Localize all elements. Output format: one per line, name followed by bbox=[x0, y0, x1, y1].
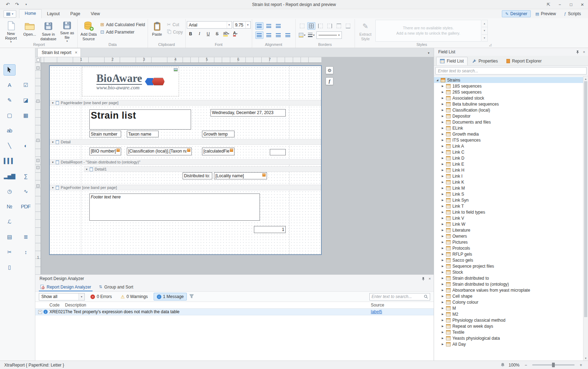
field-list-item[interactable]: ▶ M2 bbox=[434, 311, 583, 317]
minimize-icon[interactable]: − bbox=[554, 0, 565, 9]
expand-icon[interactable]: ▶ bbox=[441, 109, 444, 112]
field-list-item[interactable]: ▶ Link Syn bbox=[434, 197, 583, 203]
shape-tool[interactable]: ◐ bbox=[20, 140, 32, 151]
close-icon[interactable]: × bbox=[577, 0, 588, 9]
collapse-band-icon[interactable]: ▼ bbox=[85, 168, 88, 171]
field-list-item[interactable]: ▶ Absorbance values from yeast microplat… bbox=[434, 287, 583, 293]
column-header-code[interactable]: Code bbox=[49, 303, 64, 308]
field-list-item[interactable]: ▶ Link D bbox=[434, 155, 583, 161]
close-tab-icon[interactable]: × bbox=[75, 50, 77, 55]
field-list-item[interactable]: ▶ Strain distributed to (ontology) bbox=[434, 281, 583, 287]
pointer-tool[interactable] bbox=[4, 64, 16, 76]
border-right-button[interactable] bbox=[326, 22, 334, 30]
border-style-combo[interactable]: ▾ bbox=[316, 31, 342, 39]
label-date[interactable]: Wednesday, December 27, 2023 bbox=[210, 109, 286, 117]
tab-page[interactable]: Page bbox=[65, 10, 85, 18]
label-distributed-to[interactable]: Distributed to: bbox=[183, 172, 212, 179]
line-tool[interactable]: ╲ bbox=[4, 140, 16, 151]
picture-tool[interactable]: ◪ bbox=[20, 95, 32, 106]
subreport-tool[interactable]: ▤ bbox=[4, 231, 16, 243]
pin-window-icon[interactable]: ⇱ bbox=[543, 0, 554, 9]
band-strip-page-header[interactable]: ▼ PageHeader [one band per page] bbox=[50, 100, 321, 106]
align-top-button[interactable] bbox=[255, 22, 263, 30]
expand-icon[interactable]: ▶ bbox=[441, 163, 444, 166]
field-list-item[interactable]: ▶ Repeat on week days bbox=[434, 323, 583, 329]
notifications-bell-icon[interactable] bbox=[500, 363, 505, 367]
add-parameter-button[interactable]: ⊡ Add Parameter bbox=[100, 29, 145, 35]
scroll-down-icon[interactable]: ▼ bbox=[583, 356, 588, 361]
zoom-in-icon[interactable]: + bbox=[578, 363, 584, 368]
cut-button[interactable]: ✂ Cut bbox=[167, 22, 183, 27]
smart-tag-icon[interactable] bbox=[187, 149, 190, 152]
band-strip-detail-report[interactable]: ▼ DetailReport - "Strain distributed to … bbox=[50, 159, 321, 165]
dialog-launcher-icon[interactable]: ◿ bbox=[489, 43, 492, 47]
zoom-out-icon[interactable]: − bbox=[523, 363, 529, 368]
application-menu-button[interactable]: ▾ bbox=[4, 10, 16, 18]
field-list-item[interactable]: ▶ Growth media bbox=[434, 131, 583, 137]
field-list-item[interactable]: ▶ Link S bbox=[434, 191, 583, 197]
label-footer-text[interactable]: Footer text here bbox=[89, 194, 260, 221]
scrollbar-track[interactable] bbox=[583, 81, 588, 356]
field-bio-number[interactable]: [BIO number] bbox=[89, 148, 121, 155]
field-classification-taxon[interactable]: [Classification (local)].[Taxon na bbox=[127, 148, 192, 155]
field-list-item[interactable]: ▶ Link to field types bbox=[434, 209, 583, 215]
label-col-growth-temp[interactable]: Growth temp bbox=[202, 131, 234, 137]
label-report-title[interactable]: Strain list bbox=[89, 109, 191, 130]
expand-icon[interactable]: ▶ bbox=[441, 253, 444, 256]
expand-icon[interactable]: ▶ bbox=[441, 229, 444, 232]
field-list-item[interactable]: ▶ Link H bbox=[434, 167, 583, 173]
filter-funnel-icon[interactable] bbox=[189, 294, 194, 299]
chevron-down-icon[interactable]: ▾ bbox=[78, 293, 84, 300]
field-list-item[interactable]: ▶ Link T bbox=[434, 203, 583, 209]
logo-picture-box[interactable]: BioAware www.bio-aware.com bbox=[82, 67, 179, 96]
field-list-item[interactable]: ▶ Beta tubuline sequences bbox=[434, 101, 583, 107]
align-right-button[interactable] bbox=[274, 31, 283, 39]
field-list-item[interactable]: ▶ Owners bbox=[434, 233, 583, 239]
expand-icon[interactable]: ▶ bbox=[441, 139, 444, 142]
richtext-tool[interactable]: ✎ bbox=[4, 95, 16, 106]
character-comb-tool[interactable]: ab bbox=[4, 125, 16, 136]
font-name-combo[interactable]: Arial ▾ bbox=[187, 21, 232, 29]
field-list-item[interactable]: ▶ Link A bbox=[434, 143, 583, 149]
strikethrough-button[interactable]: S bbox=[213, 30, 221, 37]
ruler-corner[interactable] bbox=[35, 57, 41, 63]
band-strip-detail1[interactable]: ▼ Detail1 bbox=[84, 166, 321, 172]
field-list-item[interactable]: ▶ M bbox=[434, 305, 583, 311]
expand-icon[interactable]: ▶ bbox=[441, 151, 444, 154]
tab-field-list[interactable]: Field List bbox=[436, 57, 468, 65]
band-marker[interactable] bbox=[36, 139, 40, 142]
tab-report-explorer[interactable]: Report Explorer bbox=[503, 57, 546, 65]
field-list-item[interactable]: ▶ Cell shape bbox=[434, 293, 583, 299]
expand-row-icon[interactable]: + bbox=[38, 310, 42, 314]
column-header-source[interactable]: Source bbox=[371, 303, 434, 308]
maximize-icon[interactable]: □ bbox=[565, 0, 577, 9]
fill-color-button[interactable]: ▾ bbox=[298, 31, 306, 39]
field-locality-name[interactable]: [Locality name] bbox=[214, 172, 267, 179]
field-list-item[interactable]: ▶ Link C bbox=[434, 149, 583, 155]
expression-fx-icon[interactable]: f bbox=[326, 77, 333, 85]
sparkline-tool[interactable]: ∿ bbox=[20, 186, 32, 197]
field-list-item[interactable]: ▶ Strain distributed to bbox=[434, 275, 583, 281]
scripts-mode-button[interactable]: ƒ Scripts bbox=[560, 10, 584, 17]
align-left-button[interactable] bbox=[255, 31, 263, 39]
expand-icon[interactable]: ▶ bbox=[441, 103, 444, 106]
zoom-slider[interactable] bbox=[532, 364, 575, 365]
italic-button[interactable]: I bbox=[196, 30, 203, 37]
document-tab[interactable]: Strain list report × bbox=[37, 48, 81, 57]
field-list-item[interactable]: ▶ Yeasts physiological data bbox=[434, 335, 583, 341]
field-list-root[interactable]: ◢ Strains bbox=[434, 77, 583, 83]
line-width-button[interactable]: ▾ bbox=[307, 31, 315, 39]
field-list-item[interactable]: ▶ Link E bbox=[434, 161, 583, 167]
field-list-item[interactable]: ▶ RFLP gels bbox=[434, 251, 583, 257]
label-col-taxon-name[interactable]: Taxon name bbox=[127, 131, 159, 137]
expand-icon[interactable]: ▶ bbox=[441, 193, 444, 196]
warnings-filter-button[interactable]: ⚠ 0 Warnings bbox=[118, 293, 151, 300]
barcode-tool[interactable]: ▍▍▍ bbox=[4, 155, 16, 167]
page-break-tool[interactable]: ✂ bbox=[4, 246, 16, 258]
redo-icon[interactable]: ↷ bbox=[13, 1, 21, 8]
analyzer-search-input[interactable] bbox=[372, 294, 424, 299]
save-in-database-button[interactable]: Save in database bbox=[39, 20, 58, 42]
smart-tag-icon[interactable] bbox=[262, 173, 266, 177]
tab-view[interactable]: View bbox=[85, 10, 105, 18]
expand-icon[interactable]: ▶ bbox=[441, 187, 444, 190]
